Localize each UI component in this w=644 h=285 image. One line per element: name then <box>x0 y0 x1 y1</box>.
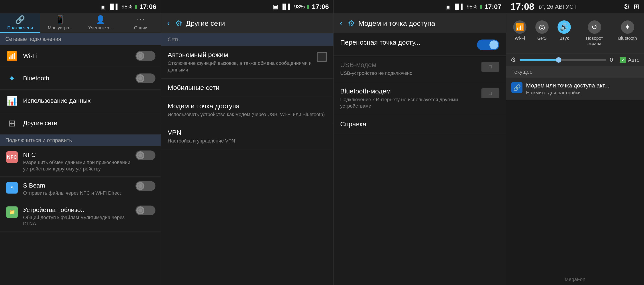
usb-title: USB-модем <box>340 61 478 69</box>
wifi-toggle[interactable] <box>136 51 156 61</box>
wifi-icon-container: 📶 <box>5 49 19 63</box>
bt-modem-toggle-switch[interactable]: □ <box>482 88 499 98</box>
brightness-gear-icon[interactable]: ⚙ <box>510 56 516 64</box>
net-section-label: Сеть <box>161 33 333 46</box>
usb-modem-item[interactable]: USB-модем USB-устройство не подключено □ <box>334 56 506 82</box>
usb-toggle-switch[interactable]: □ <box>482 62 499 72</box>
notif-status-bar: 17:08 вт, 26 АВГУСТ ⚙ ⊞ <box>506 0 644 13</box>
battery-icon-2: ▮ <box>307 4 310 10</box>
quick-wifi[interactable]: 📶 Wi-Fi <box>510 18 530 49</box>
my-device-icon: 📱 <box>55 15 65 25</box>
quick-sound-label: Звук <box>560 36 568 41</box>
sbeam-title: S Beam <box>23 182 133 189</box>
bluetooth-toggle[interactable] <box>136 74 156 83</box>
setting-bluetooth[interactable]: ✦ Bluetooth <box>0 67 161 90</box>
wifi-toggle-switch[interactable] <box>136 51 156 61</box>
back-button-2[interactable]: ‹ <box>166 17 172 30</box>
usb-toggle[interactable]: □ <box>482 62 499 72</box>
setting-sbeam[interactable]: S S Beam Отправить файлы через NFC и Wi-… <box>0 177 161 201</box>
photo-icon-1: ▣ <box>100 3 106 10</box>
other-networks-text: Другие сети <box>23 120 156 127</box>
help-item[interactable]: Справка <box>334 115 506 135</box>
quick-bluetooth[interactable]: ✦ Bluetooth <box>614 18 640 49</box>
notif-icons-group: ⚙ ⊞ <box>624 3 640 11</box>
menu-modem-hotspot[interactable]: Модем и точка доступа Использовать устро… <box>161 97 333 123</box>
sbeam-toggle-switch[interactable] <box>136 181 156 191</box>
quick-gps[interactable]: ◎ GPS <box>532 18 552 49</box>
menu-mobile-nets[interactable]: Мобильные сети <box>161 79 333 97</box>
usb-subtitle: USB-устройство не подключено <box>340 70 478 77</box>
setting-data-usage[interactable]: 📊 Использование данных <box>0 90 161 112</box>
current-header: Текущее <box>506 66 644 78</box>
quick-settings-row: 📶 Wi-Fi ◎ GPS 🔊 Звук ↺ Поворот экрана ✦ … <box>506 13 644 53</box>
tab-my-device[interactable]: 📱 Мое устро... <box>40 13 80 33</box>
bluetooth-toggle-switch[interactable] <box>136 74 156 83</box>
mobile-nets-title: Мобильные сети <box>168 84 327 91</box>
tab-accounts[interactable]: 👤 Учетные з... <box>80 13 121 33</box>
status-bar-2: ▣ ▐▌▌ 98% ▮ 17:06 <box>161 0 333 13</box>
menu-vpn[interactable]: VPN Настройка и управление VPN <box>161 123 333 150</box>
bluetooth-modem-item[interactable]: Bluetooth-модем Подключение к Интернету … <box>334 82 506 115</box>
battery-3: 98% <box>466 4 477 10</box>
modem-hotspot-subtitle: Использовать устройство как модем (через… <box>168 111 327 118</box>
brightness-row: ⚙ 0 ✓ Авто <box>506 53 644 66</box>
quick-rotate[interactable]: ↺ Поворот экрана <box>576 18 613 49</box>
battery-icon-1: ▮ <box>134 4 137 10</box>
hotspot-toggle[interactable] <box>477 40 499 50</box>
help-text: Справка <box>340 120 499 128</box>
wifi-title: Wi-Fi <box>23 52 133 60</box>
hotspot-toggle-switch[interactable] <box>477 40 499 50</box>
airplane-checkbox[interactable] <box>317 52 327 62</box>
nfc-toggle-switch[interactable] <box>136 150 156 160</box>
notif-tethering-body: Нажмите для настройки <box>526 90 639 96</box>
quick-wifi-icon: 📶 <box>513 21 526 34</box>
sbeam-toggle-knob <box>136 182 144 190</box>
quick-sound[interactable]: 🔊 Звук <box>554 18 574 49</box>
slider-thumb <box>556 57 561 63</box>
gear-icon-3: ⚙ <box>348 19 355 28</box>
back-button-3[interactable]: ‹ <box>338 17 344 30</box>
nearby-toggle[interactable] <box>136 205 156 215</box>
nfc-subtitle: Разрешить обмен данными при прикосновени… <box>23 159 133 172</box>
notif-item-tethering[interactable]: 🔗 Модем или точка доступа акт... Нажмите… <box>506 78 644 100</box>
data-usage-icon: 📊 <box>6 96 18 106</box>
sbeam-toggle[interactable] <box>136 181 156 191</box>
setting-other-networks[interactable]: ⊞ Другие сети <box>0 112 161 135</box>
menu-airplane[interactable]: Автономный режим Отключение функций вызо… <box>161 46 333 79</box>
portable-hotspot-item[interactable]: Переносная точка досту... <box>334 33 506 56</box>
bluetooth-icon: ✦ <box>8 73 16 84</box>
usb-text: USB-модем USB-устройство не подключено <box>340 61 478 77</box>
quick-sound-icon: 🔊 <box>558 21 571 34</box>
brightness-auto[interactable]: ✓ Авто <box>620 57 640 63</box>
help-title: Справка <box>340 120 499 128</box>
bluetooth-icon-container: ✦ <box>5 72 19 85</box>
bt-modem-toggle[interactable]: □ <box>482 88 499 98</box>
battery-icon-3: ▮ <box>480 4 482 10</box>
tab-connections-label: Подключени <box>7 25 33 31</box>
nfc-icon-container: NFC <box>5 150 19 164</box>
data-usage-title: Использование данных <box>23 97 156 104</box>
options-icon: ⋯ <box>136 15 144 25</box>
airplane-title: Автономный режим <box>168 51 313 59</box>
panel-other-networks: ▣ ▐▌▌ 98% ▮ 17:06 ‹ ⚙ Другие сети Сеть А… <box>161 0 334 285</box>
setting-wifi[interactable]: 📶 Wi-Fi <box>0 45 161 67</box>
nearby-toggle-switch[interactable] <box>136 205 156 215</box>
setting-nearby[interactable]: 📁 Устройства поблизо... Общий доступ к ф… <box>0 201 161 232</box>
nfc-toggle[interactable] <box>136 150 156 160</box>
quick-gps-label: GPS <box>537 36 547 41</box>
panel-modem-hotspot: ▣ ▐▌▌ 98% ▮ 17:07 ‹ ⚙ Модем и точка дост… <box>334 0 506 285</box>
panel-notifications: 17:08 вт, 26 АВГУСТ ⚙ ⊞ 📶 Wi-Fi ◎ GPS 🔊 … <box>506 0 644 285</box>
quick-rotate-icon: ↺ <box>588 21 601 34</box>
setting-nfc[interactable]: NFC NFC Разрешить обмен данными при прик… <box>0 146 161 177</box>
tab-bar-1: 🔗 Подключени 📱 Мое устро... 👤 Учетные з.… <box>0 13 161 33</box>
nearby-text: Устройства поблизо... Общий доступ к фай… <box>23 206 133 227</box>
grid-icon-notif[interactable]: ⊞ <box>634 3 640 11</box>
photo-icon-3: ▣ <box>445 3 451 10</box>
notif-tethering-title: Модем или точка доступа акт... <box>526 82 639 89</box>
tab-connections[interactable]: 🔗 Подключени <box>0 13 40 33</box>
brightness-slider[interactable] <box>520 59 606 61</box>
vpn-subtitle: Настройка и управление VPN <box>168 138 327 144</box>
hotspot-toggle-knob <box>490 40 498 49</box>
tab-options[interactable]: ⋯ Опции <box>121 13 161 33</box>
gear-icon-notif[interactable]: ⚙ <box>624 3 630 11</box>
